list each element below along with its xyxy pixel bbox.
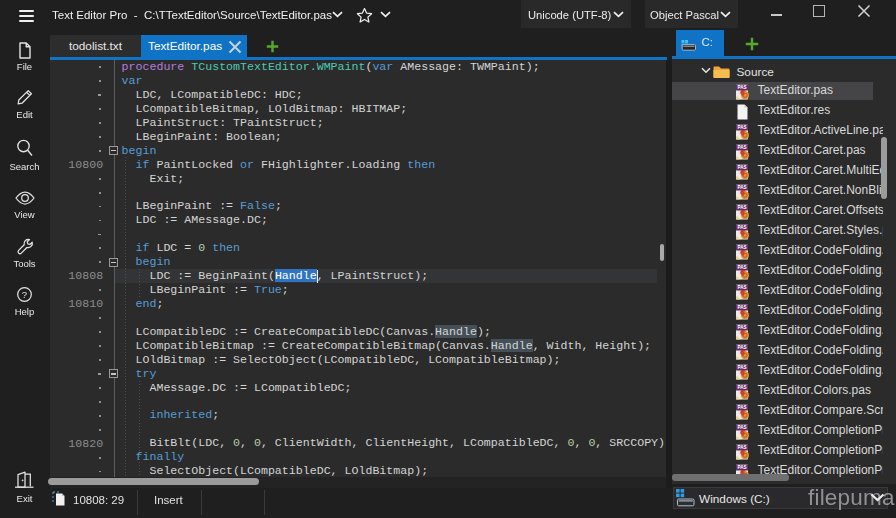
svg-text:?: ? (22, 289, 27, 300)
